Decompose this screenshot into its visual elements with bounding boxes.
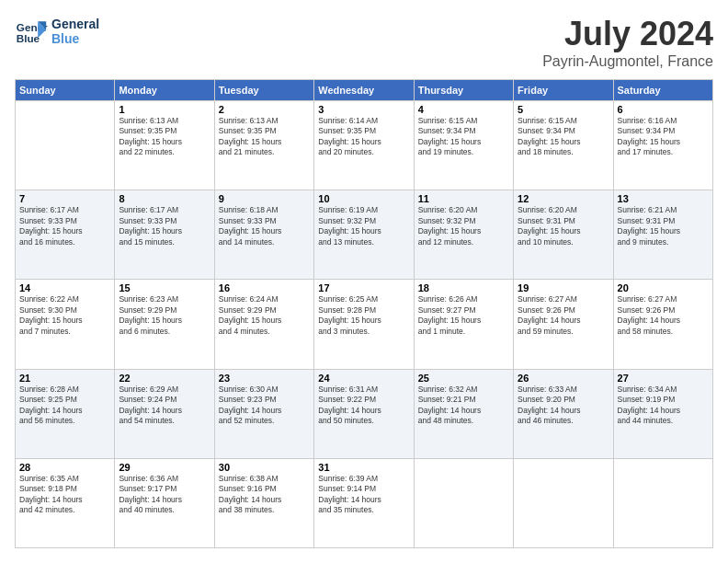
calendar-cell [414,458,513,547]
day-info: Sunrise: 6:16 AM Sunset: 9:34 PM Dayligh… [618,116,709,158]
calendar-header-wednesday: Wednesday [314,80,414,101]
logo: General Blue General Blue [15,15,99,48]
calendar-cell: 24Sunrise: 6:31 AM Sunset: 9:22 PM Dayli… [314,369,414,458]
day-number: 18 [418,282,509,293]
day-number: 2 [219,104,310,115]
day-number: 14 [19,282,110,293]
day-number: 31 [318,462,409,473]
calendar-cell: 5Sunrise: 6:15 AM Sunset: 9:34 PM Daylig… [514,101,613,190]
logo-general: General [51,17,99,31]
calendar-cell: 4Sunrise: 6:15 AM Sunset: 9:34 PM Daylig… [414,101,513,190]
calendar-cell: 10Sunrise: 6:19 AM Sunset: 9:32 PM Dayli… [314,190,414,280]
day-info: Sunrise: 6:35 AM Sunset: 9:18 PM Dayligh… [19,474,110,516]
day-info: Sunrise: 6:18 AM Sunset: 9:33 PM Dayligh… [219,205,310,247]
day-number: 13 [618,193,709,204]
day-info: Sunrise: 6:20 AM Sunset: 9:31 PM Dayligh… [518,205,609,247]
calendar-cell: 6Sunrise: 6:16 AM Sunset: 9:34 PM Daylig… [613,101,712,190]
day-number: 29 [119,462,210,473]
calendar-cell: 20Sunrise: 6:27 AM Sunset: 9:26 PM Dayli… [613,280,712,369]
calendar-header-sunday: Sunday [16,80,115,101]
calendar-cell: 30Sunrise: 6:38 AM Sunset: 9:16 PM Dayli… [214,458,313,547]
calendar-cell: 13Sunrise: 6:21 AM Sunset: 9:31 PM Dayli… [613,190,712,280]
day-info: Sunrise: 6:15 AM Sunset: 9:34 PM Dayligh… [418,116,509,158]
day-info: Sunrise: 6:29 AM Sunset: 9:24 PM Dayligh… [119,385,210,427]
day-info: Sunrise: 6:13 AM Sunset: 9:35 PM Dayligh… [119,116,210,158]
calendar-week-row: 7Sunrise: 6:17 AM Sunset: 9:33 PM Daylig… [16,190,713,280]
calendar-cell: 8Sunrise: 6:17 AM Sunset: 9:33 PM Daylig… [115,190,214,280]
day-number: 24 [318,373,409,384]
day-number: 22 [119,373,210,384]
calendar-week-row: 21Sunrise: 6:28 AM Sunset: 9:25 PM Dayli… [16,369,713,458]
day-number: 8 [119,193,210,204]
svg-text:Blue: Blue [17,32,40,44]
calendar-cell: 2Sunrise: 6:13 AM Sunset: 9:35 PM Daylig… [214,101,313,190]
calendar-cell: 16Sunrise: 6:24 AM Sunset: 9:29 PM Dayli… [214,280,313,369]
calendar-cell: 21Sunrise: 6:28 AM Sunset: 9:25 PM Dayli… [16,369,115,458]
calendar-cell [613,458,712,547]
calendar-header-friday: Friday [514,80,613,101]
day-info: Sunrise: 6:25 AM Sunset: 9:28 PM Dayligh… [318,294,409,337]
calendar-cell: 28Sunrise: 6:35 AM Sunset: 9:18 PM Dayli… [16,458,115,547]
calendar: SundayMondayTuesdayWednesdayThursdayFrid… [15,79,713,548]
day-info: Sunrise: 6:23 AM Sunset: 9:29 PM Dayligh… [119,294,210,337]
calendar-cell: 25Sunrise: 6:32 AM Sunset: 9:21 PM Dayli… [414,369,513,458]
day-info: Sunrise: 6:19 AM Sunset: 9:32 PM Dayligh… [318,205,409,247]
day-number: 20 [618,282,709,293]
calendar-cell: 19Sunrise: 6:27 AM Sunset: 9:26 PM Dayli… [514,280,613,369]
day-number: 10 [318,193,409,204]
calendar-cell: 31Sunrise: 6:39 AM Sunset: 9:14 PM Dayli… [314,458,414,547]
day-number: 1 [119,104,210,115]
calendar-cell: 7Sunrise: 6:17 AM Sunset: 9:33 PM Daylig… [16,190,115,280]
calendar-week-row: 14Sunrise: 6:22 AM Sunset: 9:30 PM Dayli… [16,280,713,369]
day-number: 7 [19,193,110,204]
day-number: 21 [19,373,110,384]
day-number: 27 [618,373,709,384]
day-info: Sunrise: 6:30 AM Sunset: 9:23 PM Dayligh… [219,385,310,427]
day-info: Sunrise: 6:22 AM Sunset: 9:30 PM Dayligh… [19,294,110,337]
day-info: Sunrise: 6:17 AM Sunset: 9:33 PM Dayligh… [119,205,210,247]
day-number: 30 [219,462,310,473]
day-number: 12 [518,193,609,204]
day-info: Sunrise: 6:24 AM Sunset: 9:29 PM Dayligh… [219,294,310,337]
calendar-header-saturday: Saturday [613,80,712,101]
day-number: 15 [119,282,210,293]
calendar-cell: 26Sunrise: 6:33 AM Sunset: 9:20 PM Dayli… [514,369,613,458]
day-info: Sunrise: 6:27 AM Sunset: 9:26 PM Dayligh… [618,294,709,337]
calendar-cell: 23Sunrise: 6:30 AM Sunset: 9:23 PM Dayli… [214,369,313,458]
day-info: Sunrise: 6:20 AM Sunset: 9:32 PM Dayligh… [418,205,509,247]
day-info: Sunrise: 6:15 AM Sunset: 9:34 PM Dayligh… [518,116,609,158]
day-info: Sunrise: 6:21 AM Sunset: 9:31 PM Dayligh… [618,205,709,247]
calendar-cell: 15Sunrise: 6:23 AM Sunset: 9:29 PM Dayli… [115,280,214,369]
day-number: 9 [219,193,310,204]
calendar-cell: 1Sunrise: 6:13 AM Sunset: 9:35 PM Daylig… [115,101,214,190]
calendar-cell: 27Sunrise: 6:34 AM Sunset: 9:19 PM Dayli… [613,369,712,458]
day-info: Sunrise: 6:28 AM Sunset: 9:25 PM Dayligh… [19,385,110,427]
day-number: 6 [618,104,709,115]
day-number: 17 [318,282,409,293]
day-number: 11 [418,193,509,204]
day-info: Sunrise: 6:27 AM Sunset: 9:26 PM Dayligh… [518,294,609,337]
day-number: 3 [318,104,409,115]
logo-icon: General Blue [15,15,48,48]
day-info: Sunrise: 6:26 AM Sunset: 9:27 PM Dayligh… [418,294,509,337]
calendar-cell: 12Sunrise: 6:20 AM Sunset: 9:31 PM Dayli… [514,190,613,280]
day-number: 23 [219,373,310,384]
calendar-cell: 18Sunrise: 6:26 AM Sunset: 9:27 PM Dayli… [414,280,513,369]
month-title: July 2024 [542,15,713,53]
calendar-header-monday: Monday [115,80,214,101]
location-title: Payrin-Augmontel, France [542,53,713,70]
day-info: Sunrise: 6:38 AM Sunset: 9:16 PM Dayligh… [219,474,310,516]
calendar-cell: 14Sunrise: 6:22 AM Sunset: 9:30 PM Dayli… [16,280,115,369]
day-number: 19 [518,282,609,293]
day-info: Sunrise: 6:36 AM Sunset: 9:17 PM Dayligh… [119,474,210,516]
calendar-cell [514,458,613,547]
title-block: July 2024 Payrin-Augmontel, France [542,15,713,70]
day-number: 4 [418,104,509,115]
calendar-week-row: 1Sunrise: 6:13 AM Sunset: 9:35 PM Daylig… [16,101,713,190]
day-number: 16 [219,282,310,293]
calendar-cell: 17Sunrise: 6:25 AM Sunset: 9:28 PM Dayli… [314,280,414,369]
day-number: 28 [19,462,110,473]
calendar-cell [16,101,115,190]
day-info: Sunrise: 6:34 AM Sunset: 9:19 PM Dayligh… [618,385,709,427]
day-number: 5 [518,104,609,115]
